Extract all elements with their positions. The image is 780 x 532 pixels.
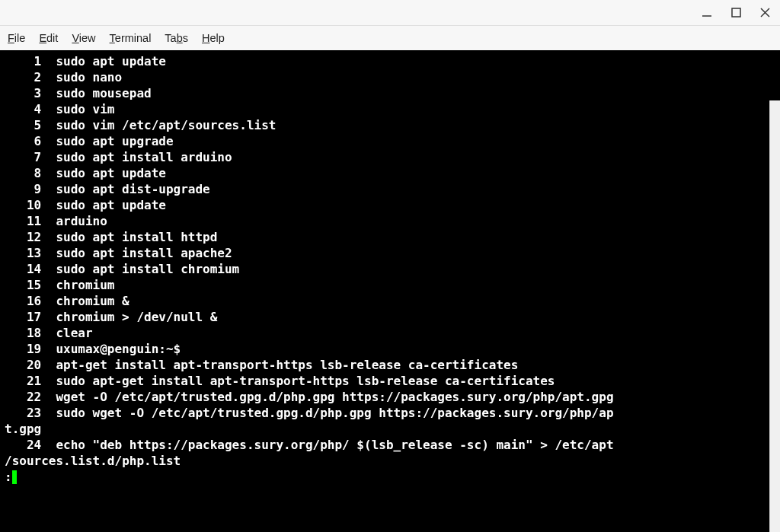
- command-text: sudo apt install httpd: [56, 230, 217, 244]
- line-number: 22: [5, 389, 41, 405]
- command-text: uxumax@penguin:~$: [56, 342, 181, 356]
- command-text: sudo vim /etc/apt/sources.list: [56, 118, 276, 132]
- line-number: 16: [5, 293, 41, 309]
- history-line: 24 echo "deb https://packages.sury.org/p…: [5, 437, 775, 453]
- command-text: sudo wget -O /etc/apt/trusted.gpg.d/php.…: [56, 406, 613, 420]
- history-line: 5 sudo vim /etc/apt/sources.list: [5, 117, 775, 133]
- command-text: arduino: [56, 214, 107, 228]
- history-line: 23 sudo wget -O /etc/apt/trusted.gpg.d/p…: [5, 405, 775, 421]
- pager-prompt[interactable]: :: [5, 469, 775, 485]
- prompt-char: :: [5, 470, 12, 484]
- command-text: chromium &: [56, 294, 129, 308]
- svg-rect-1: [732, 8, 740, 17]
- command-text: sudo apt-get install apt-transport-https…: [56, 374, 555, 388]
- command-text: sudo mousepad: [56, 86, 151, 100]
- line-number: 19: [5, 341, 41, 357]
- history-line-wrap: /sources.list.d/php.list: [5, 453, 775, 469]
- line-number: 14: [5, 261, 41, 277]
- line-number: 10: [5, 197, 41, 213]
- history-line: 4 sudo vim: [5, 101, 775, 117]
- history-line: 3 sudo mousepad: [5, 85, 775, 101]
- line-number: 12: [5, 229, 41, 245]
- command-text: sudo apt update: [56, 54, 166, 68]
- command-text: echo "deb https://packages.sury.org/php/…: [56, 438, 613, 452]
- line-number: 5: [5, 117, 41, 133]
- history-line: 16 chromium &: [5, 293, 775, 309]
- command-text: sudo apt install apache2: [56, 246, 232, 260]
- line-number: 13: [5, 245, 41, 261]
- command-text: clear: [56, 326, 92, 340]
- history-line: 17 chromium > /dev/null &: [5, 309, 775, 325]
- history-line: 15 chromium: [5, 277, 775, 293]
- line-number: 8: [5, 165, 41, 181]
- line-number: 20: [5, 357, 41, 373]
- history-line: 9 sudo apt dist-upgrade: [5, 181, 775, 197]
- command-text: sudo apt install chromium: [56, 262, 239, 276]
- history-line: 11 arduino: [5, 213, 775, 229]
- history-line: 14 sudo apt install chromium: [5, 261, 775, 277]
- menu-file[interactable]: File: [8, 32, 25, 44]
- line-number: 15: [5, 277, 41, 293]
- history-line: 12 sudo apt install httpd: [5, 229, 775, 245]
- history-line: 13 sudo apt install apache2: [5, 245, 775, 261]
- menu-tabs[interactable]: Tabs: [165, 32, 188, 44]
- command-text: sudo nano: [56, 70, 122, 84]
- history-line: 18 clear: [5, 325, 775, 341]
- history-line-wrap: t.gpg: [5, 421, 775, 437]
- menu-edit[interactable]: Edit: [39, 32, 58, 44]
- line-number: 3: [5, 85, 41, 101]
- command-text: sudo vim: [56, 102, 114, 116]
- line-number: 17: [5, 309, 41, 325]
- history-line: 2 sudo nano: [5, 69, 775, 85]
- close-button[interactable]: [759, 7, 771, 19]
- line-number: 24: [5, 437, 41, 453]
- history-line: 21 sudo apt-get install apt-transport-ht…: [5, 373, 775, 389]
- command-text: apt-get install apt-transport-https lsb-…: [56, 358, 518, 372]
- line-number: 9: [5, 181, 41, 197]
- scrollbar[interactable]: [769, 100, 780, 532]
- command-text: sudo apt dist-upgrade: [56, 182, 209, 196]
- line-number: 23: [5, 405, 41, 421]
- menu-help[interactable]: Help: [202, 32, 225, 44]
- line-number: 21: [5, 373, 41, 389]
- cursor: [12, 470, 18, 484]
- history-line: 19 uxumax@penguin:~$: [5, 341, 775, 357]
- command-text: sudo apt upgrade: [56, 134, 173, 148]
- command-text: chromium > /dev/null &: [56, 310, 217, 324]
- menu-view[interactable]: View: [72, 32, 95, 44]
- command-text: chromium: [56, 278, 114, 292]
- minimize-button[interactable]: [701, 7, 713, 19]
- maximize-button[interactable]: [730, 7, 742, 19]
- history-line: 10 sudo apt update: [5, 197, 775, 213]
- titlebar: [0, 0, 780, 26]
- menu-terminal[interactable]: Terminal: [110, 32, 152, 44]
- line-number: 2: [5, 69, 41, 85]
- command-text: wget -O /etc/apt/trusted.gpg.d/php.gpg h…: [56, 390, 613, 404]
- command-text: sudo apt update: [56, 198, 166, 212]
- menubar: File Edit View Terminal Tabs Help: [0, 26, 780, 50]
- history-line: 1 sudo apt update: [5, 53, 775, 69]
- line-number: 11: [5, 213, 41, 229]
- history-line: 22 wget -O /etc/apt/trusted.gpg.d/php.gp…: [5, 389, 775, 405]
- line-number: 6: [5, 133, 41, 149]
- line-number: 1: [5, 53, 41, 69]
- history-line: 6 sudo apt upgrade: [5, 133, 775, 149]
- history-line: 8 sudo apt update: [5, 165, 775, 181]
- line-number: 7: [5, 149, 41, 165]
- terminal-output[interactable]: 1 sudo apt update2 sudo nano3 sudo mouse…: [0, 50, 780, 532]
- history-line: 20 apt-get install apt-transport-https l…: [5, 357, 775, 373]
- line-number: 4: [5, 101, 41, 117]
- line-number: 18: [5, 325, 41, 341]
- history-line: 7 sudo apt install arduino: [5, 149, 775, 165]
- command-text: sudo apt update: [56, 166, 166, 180]
- command-text: sudo apt install arduino: [56, 150, 232, 164]
